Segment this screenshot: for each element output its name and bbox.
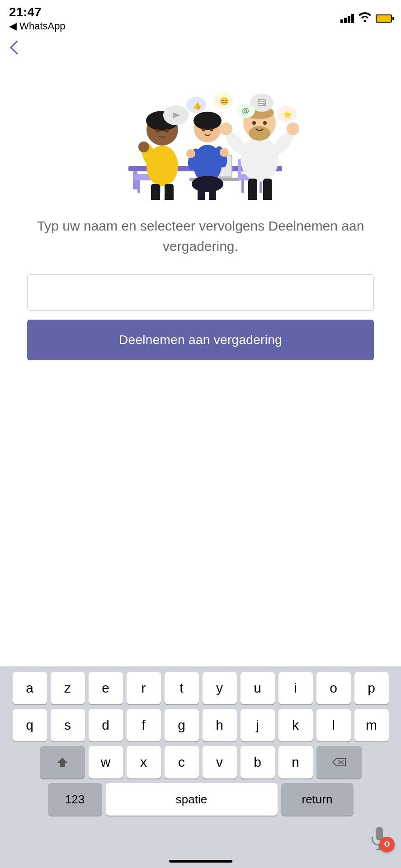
name-input[interactable]: [27, 274, 374, 311]
key-y[interactable]: y: [203, 672, 237, 704]
svg-rect-5: [137, 179, 140, 193]
svg-point-41: [241, 137, 278, 182]
svg-text:👍: 👍: [193, 101, 202, 110]
key-z[interactable]: z: [51, 672, 85, 704]
svg-rect-64: [259, 102, 265, 103]
key-e[interactable]: e: [89, 672, 123, 704]
key-q[interactable]: q: [13, 709, 47, 741]
keyboard-row-2: q s d f g h j k l m: [3, 709, 398, 741]
key-b[interactable]: b: [241, 746, 275, 778]
status-bar: 21:47 ◀ WhatsApp: [0, 0, 401, 35]
svg-rect-9: [241, 179, 244, 193]
svg-rect-52: [263, 179, 272, 200]
status-left: 21:47 ◀ WhatsApp: [9, 5, 66, 32]
status-right: [340, 12, 392, 25]
svg-point-36: [192, 176, 223, 192]
keyboard-row-3: w x c v b n: [3, 746, 398, 778]
key-l[interactable]: l: [316, 709, 351, 741]
join-meeting-button[interactable]: Deelnemen aan vergadering: [27, 320, 374, 360]
wifi-icon: [359, 12, 371, 25]
delete-key[interactable]: [316, 746, 362, 778]
hero-illustration: 👍 😊 @ ⭐: [0, 62, 401, 207]
svg-point-35: [220, 148, 229, 157]
svg-rect-37: [198, 186, 205, 200]
svg-point-31: [210, 128, 213, 131]
key-n[interactable]: n: [278, 746, 313, 778]
keyboard: a z e r t y u i o p q s d f g h j k l m …: [0, 666, 401, 868]
svg-point-20: [165, 129, 169, 132]
svg-marker-70: [57, 758, 68, 767]
key-u[interactable]: u: [241, 672, 275, 704]
key-return[interactable]: return: [281, 783, 354, 816]
keyboard-row-4: 123 spatie return: [3, 783, 398, 816]
svg-rect-63: [259, 100, 265, 101]
svg-rect-51: [248, 179, 257, 200]
keyboard-row-1: a z e r t y u i o p: [3, 672, 398, 704]
svg-point-22: [138, 142, 149, 152]
svg-text:⭐: ⭐: [283, 110, 292, 119]
instruction-text: Typ uw naam en selecteer vervolgens Deel…: [27, 216, 374, 256]
svg-rect-23: [151, 184, 160, 200]
back-navigation: [0, 35, 401, 62]
key-c[interactable]: c: [165, 746, 199, 778]
back-button[interactable]: [9, 39, 19, 56]
key-h[interactable]: h: [203, 709, 237, 741]
status-time: 21:47: [9, 5, 66, 19]
key-m[interactable]: m: [354, 709, 389, 741]
svg-text:😊: 😊: [220, 97, 229, 105]
svg-point-19: [156, 129, 160, 132]
office365-badge: O: [379, 837, 395, 852]
signal-bars-icon: [340, 14, 354, 23]
key-t[interactable]: t: [165, 672, 199, 704]
svg-rect-38: [209, 186, 216, 200]
key-x[interactable]: x: [127, 746, 161, 778]
key-w[interactable]: w: [89, 746, 123, 778]
main-content: Typ uw naam en selecteer vervolgens Deel…: [0, 207, 401, 378]
shift-key[interactable]: [40, 746, 85, 778]
key-f[interactable]: f: [127, 709, 161, 741]
svg-point-45: [252, 121, 256, 125]
key-g[interactable]: g: [165, 709, 199, 741]
status-whatsapp: ◀ WhatsApp: [9, 20, 66, 32]
key-v[interactable]: v: [203, 746, 237, 778]
svg-point-29: [193, 112, 222, 130]
microphone-button[interactable]: O: [369, 826, 389, 850]
svg-rect-24: [165, 184, 174, 200]
key-s[interactable]: s: [51, 709, 85, 741]
svg-point-44: [249, 126, 270, 141]
svg-point-46: [263, 121, 267, 125]
svg-point-30: [202, 128, 205, 131]
key-d[interactable]: d: [89, 709, 123, 741]
key-a[interactable]: a: [13, 672, 47, 704]
svg-text:@: @: [242, 107, 249, 115]
svg-point-49: [220, 123, 232, 135]
key-k[interactable]: k: [278, 709, 313, 741]
key-r[interactable]: r: [127, 672, 161, 704]
svg-point-34: [186, 149, 195, 158]
key-space[interactable]: spatie: [106, 783, 278, 816]
key-j[interactable]: j: [241, 709, 275, 741]
battery-icon: [376, 14, 392, 23]
home-indicator: [169, 860, 232, 863]
svg-rect-65: [259, 104, 263, 105]
svg-point-50: [287, 123, 299, 135]
key-i[interactable]: i: [278, 672, 313, 704]
key-p[interactable]: p: [354, 672, 389, 704]
key-o[interactable]: o: [316, 672, 351, 704]
key-123[interactable]: 123: [48, 783, 102, 816]
